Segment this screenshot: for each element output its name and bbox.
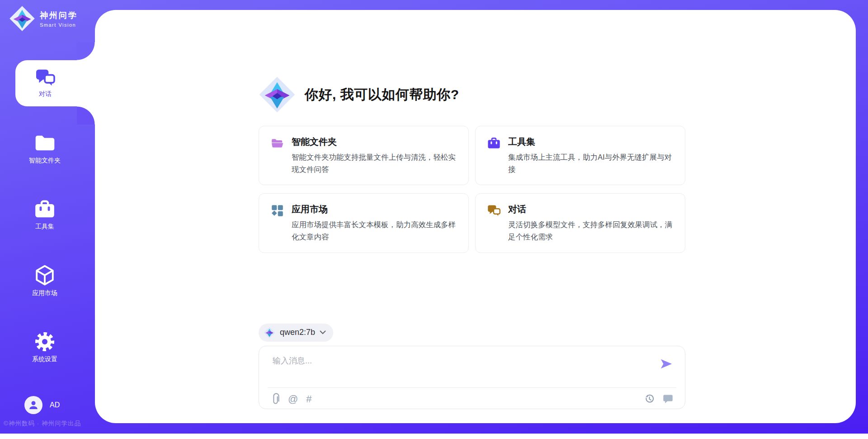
sidebar-item-label: 对话 — [39, 90, 52, 98]
sidebar-item-chat[interactable]: 对话 — [15, 60, 95, 106]
user-initials: AD — [50, 401, 60, 409]
open-folder-icon — [271, 137, 284, 175]
copyright-text: ©神州数码 · 神州问学出品 — [4, 420, 81, 428]
model-selector[interactable]: qwen2:7b — [259, 324, 333, 342]
chat-icon — [487, 205, 500, 243]
cube-icon — [35, 266, 55, 285]
input-divider — [268, 387, 676, 388]
feature-cards: 智能文件夹 智能文件夹功能支持批量文件上传与清洗，轻松实现文件问答 — [259, 126, 685, 253]
message-input[interactable] — [272, 354, 644, 382]
sidebar-item-label: 工具集 — [35, 223, 54, 231]
chat-icon — [35, 69, 55, 87]
composer: qwen2:7b — [259, 324, 685, 409]
sidebar-item-settings[interactable]: 系统设置 — [0, 332, 90, 363]
avatar — [24, 396, 42, 414]
brand-diamond-icon — [9, 5, 35, 32]
card-app-market[interactable]: 应用市场 应用市场提供丰富长文本模板，助力高效生成多样化文章内容 — [259, 193, 469, 253]
app-grid-icon — [271, 205, 284, 243]
tab-curve-bottom — [77, 106, 95, 124]
sidebar-item-label: 智能文件夹 — [29, 157, 61, 165]
card-title: 智能文件夹 — [292, 136, 457, 148]
chevron-down-icon — [320, 330, 326, 334]
send-icon[interactable] — [660, 357, 673, 371]
greeting-row: 你好, 我可以如何帮助你? — [259, 76, 685, 113]
sidebar-item-smart-folder[interactable]: 智能文件夹 — [0, 134, 90, 165]
sidebar-item-label: 应用市场 — [32, 289, 57, 297]
attachment-icon[interactable] — [271, 393, 280, 405]
comment-bubble-icon[interactable] — [663, 394, 673, 404]
card-description: 灵活切换多模型文件，支持多样回复效果调试，满足个性化需求 — [508, 219, 673, 243]
main-panel: 你好, 我可以如何帮助你? 智能文件夹 智能文件夹功能支持批量文件上传与清洗，轻… — [95, 10, 856, 423]
assistant-diamond-icon — [259, 76, 296, 113]
person-icon — [28, 400, 39, 410]
sidebar-item-app-market[interactable]: 应用市场 — [0, 266, 90, 297]
card-description: 应用市场提供丰富长文本模板，助力高效生成多样化文章内容 — [292, 219, 457, 243]
app-window: 神州问学 Smart Vision 对话 智能文件夹 — [0, 0, 868, 439]
card-description: 集成市场上主流工具，助力AI与外界无缝扩展与对接 — [508, 151, 673, 175]
greeting-title: 你好, 我可以如何帮助你? — [305, 86, 459, 104]
model-diamond-icon — [264, 327, 275, 339]
message-input-box: @ # — [259, 346, 685, 409]
card-title: 应用市场 — [292, 203, 457, 215]
card-description: 智能文件夹功能支持批量文件上传与清洗，轻松实现文件问答 — [292, 151, 457, 175]
input-toolbar: @ # — [271, 392, 673, 406]
tab-curve-top — [77, 42, 95, 60]
at-mention-icon[interactable]: @ — [288, 394, 298, 404]
folder-icon — [34, 134, 56, 153]
sidebar-item-label: 系统设置 — [32, 355, 57, 363]
briefcase-icon — [34, 200, 55, 219]
hash-topic-icon[interactable]: # — [306, 394, 311, 404]
card-toolset[interactable]: 工具集 集成市场上主流工具，助力AI与外界无缝扩展与对接 — [475, 126, 685, 185]
toolbox-icon — [487, 137, 500, 175]
user-account[interactable]: AD — [24, 396, 60, 414]
brand-logo: 神州问学 Smart Vision — [9, 5, 78, 32]
card-chat[interactable]: 对话 灵活切换多模型文件，支持多样回复效果调试，满足个性化需求 — [475, 193, 685, 253]
card-smart-folder[interactable]: 智能文件夹 智能文件夹功能支持批量文件上传与清洗，轻松实现文件问答 — [259, 126, 469, 185]
history-icon[interactable] — [644, 394, 655, 404]
sidebar-item-toolset[interactable]: 工具集 — [0, 200, 90, 231]
model-name: qwen2:7b — [280, 328, 315, 337]
brand-subtitle: Smart Vision — [40, 22, 78, 28]
gear-icon — [35, 332, 54, 351]
card-title: 工具集 — [508, 136, 673, 148]
brand-name: 神州问学 — [40, 10, 78, 21]
card-title: 对话 — [508, 203, 673, 215]
